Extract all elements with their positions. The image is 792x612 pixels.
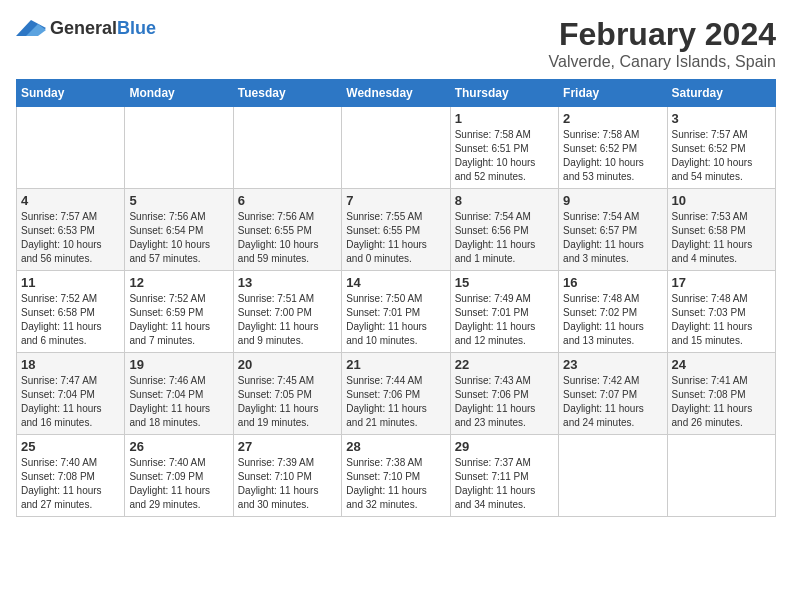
logo: GeneralBlue	[16, 16, 156, 40]
calendar-cell: 28Sunrise: 7:38 AMSunset: 7:10 PMDayligh…	[342, 435, 450, 517]
day-info: Sunrise: 7:43 AMSunset: 7:06 PMDaylight:…	[455, 374, 554, 430]
day-number: 9	[563, 193, 662, 208]
day-number: 23	[563, 357, 662, 372]
calendar-cell: 23Sunrise: 7:42 AMSunset: 7:07 PMDayligh…	[559, 353, 667, 435]
calendar-cell: 19Sunrise: 7:46 AMSunset: 7:04 PMDayligh…	[125, 353, 233, 435]
calendar-cell: 6Sunrise: 7:56 AMSunset: 6:55 PMDaylight…	[233, 189, 341, 271]
day-number: 25	[21, 439, 120, 454]
logo-general: General	[50, 18, 117, 38]
page-header: GeneralBlue February 2024 Valverde, Cana…	[16, 16, 776, 71]
day-info: Sunrise: 7:46 AMSunset: 7:04 PMDaylight:…	[129, 374, 228, 430]
day-header-friday: Friday	[559, 80, 667, 107]
day-number: 22	[455, 357, 554, 372]
calendar-cell: 17Sunrise: 7:48 AMSunset: 7:03 PMDayligh…	[667, 271, 775, 353]
calendar-week-row: 4Sunrise: 7:57 AMSunset: 6:53 PMDaylight…	[17, 189, 776, 271]
day-number: 15	[455, 275, 554, 290]
calendar-cell	[233, 107, 341, 189]
calendar-cell	[17, 107, 125, 189]
day-info: Sunrise: 7:57 AMSunset: 6:52 PMDaylight:…	[672, 128, 771, 184]
day-info: Sunrise: 7:38 AMSunset: 7:10 PMDaylight:…	[346, 456, 445, 512]
calendar-cell: 21Sunrise: 7:44 AMSunset: 7:06 PMDayligh…	[342, 353, 450, 435]
day-number: 11	[21, 275, 120, 290]
calendar-header-row: SundayMondayTuesdayWednesdayThursdayFrid…	[17, 80, 776, 107]
calendar-cell: 15Sunrise: 7:49 AMSunset: 7:01 PMDayligh…	[450, 271, 558, 353]
day-number: 3	[672, 111, 771, 126]
day-number: 2	[563, 111, 662, 126]
day-info: Sunrise: 7:54 AMSunset: 6:57 PMDaylight:…	[563, 210, 662, 266]
day-info: Sunrise: 7:45 AMSunset: 7:05 PMDaylight:…	[238, 374, 337, 430]
day-info: Sunrise: 7:40 AMSunset: 7:08 PMDaylight:…	[21, 456, 120, 512]
day-info: Sunrise: 7:56 AMSunset: 6:55 PMDaylight:…	[238, 210, 337, 266]
calendar-cell: 14Sunrise: 7:50 AMSunset: 7:01 PMDayligh…	[342, 271, 450, 353]
calendar-cell: 8Sunrise: 7:54 AMSunset: 6:56 PMDaylight…	[450, 189, 558, 271]
calendar-cell: 7Sunrise: 7:55 AMSunset: 6:55 PMDaylight…	[342, 189, 450, 271]
day-info: Sunrise: 7:57 AMSunset: 6:53 PMDaylight:…	[21, 210, 120, 266]
calendar-cell: 2Sunrise: 7:58 AMSunset: 6:52 PMDaylight…	[559, 107, 667, 189]
day-info: Sunrise: 7:52 AMSunset: 6:59 PMDaylight:…	[129, 292, 228, 348]
day-number: 19	[129, 357, 228, 372]
day-info: Sunrise: 7:53 AMSunset: 6:58 PMDaylight:…	[672, 210, 771, 266]
day-info: Sunrise: 7:54 AMSunset: 6:56 PMDaylight:…	[455, 210, 554, 266]
day-header-wednesday: Wednesday	[342, 80, 450, 107]
day-info: Sunrise: 7:39 AMSunset: 7:10 PMDaylight:…	[238, 456, 337, 512]
day-header-sunday: Sunday	[17, 80, 125, 107]
day-number: 17	[672, 275, 771, 290]
subtitle: Valverde, Canary Islands, Spain	[549, 53, 776, 71]
day-header-saturday: Saturday	[667, 80, 775, 107]
calendar-cell: 16Sunrise: 7:48 AMSunset: 7:02 PMDayligh…	[559, 271, 667, 353]
day-info: Sunrise: 7:52 AMSunset: 6:58 PMDaylight:…	[21, 292, 120, 348]
day-info: Sunrise: 7:58 AMSunset: 6:51 PMDaylight:…	[455, 128, 554, 184]
calendar-week-row: 25Sunrise: 7:40 AMSunset: 7:08 PMDayligh…	[17, 435, 776, 517]
calendar-cell: 29Sunrise: 7:37 AMSunset: 7:11 PMDayligh…	[450, 435, 558, 517]
day-number: 14	[346, 275, 445, 290]
calendar-cell: 11Sunrise: 7:52 AMSunset: 6:58 PMDayligh…	[17, 271, 125, 353]
day-info: Sunrise: 7:51 AMSunset: 7:00 PMDaylight:…	[238, 292, 337, 348]
day-info: Sunrise: 7:49 AMSunset: 7:01 PMDaylight:…	[455, 292, 554, 348]
day-number: 4	[21, 193, 120, 208]
calendar-cell	[559, 435, 667, 517]
calendar-cell: 13Sunrise: 7:51 AMSunset: 7:00 PMDayligh…	[233, 271, 341, 353]
calendar-cell	[667, 435, 775, 517]
day-number: 18	[21, 357, 120, 372]
main-title: February 2024	[549, 16, 776, 53]
day-number: 13	[238, 275, 337, 290]
calendar-week-row: 1Sunrise: 7:58 AMSunset: 6:51 PMDaylight…	[17, 107, 776, 189]
day-info: Sunrise: 7:50 AMSunset: 7:01 PMDaylight:…	[346, 292, 445, 348]
calendar-table: SundayMondayTuesdayWednesdayThursdayFrid…	[16, 79, 776, 517]
calendar-cell: 9Sunrise: 7:54 AMSunset: 6:57 PMDaylight…	[559, 189, 667, 271]
calendar-cell	[342, 107, 450, 189]
calendar-cell	[125, 107, 233, 189]
calendar-cell: 20Sunrise: 7:45 AMSunset: 7:05 PMDayligh…	[233, 353, 341, 435]
calendar-cell: 12Sunrise: 7:52 AMSunset: 6:59 PMDayligh…	[125, 271, 233, 353]
day-info: Sunrise: 7:56 AMSunset: 6:54 PMDaylight:…	[129, 210, 228, 266]
calendar-cell: 1Sunrise: 7:58 AMSunset: 6:51 PMDaylight…	[450, 107, 558, 189]
logo-blue: Blue	[117, 18, 156, 38]
calendar-cell: 24Sunrise: 7:41 AMSunset: 7:08 PMDayligh…	[667, 353, 775, 435]
day-info: Sunrise: 7:41 AMSunset: 7:08 PMDaylight:…	[672, 374, 771, 430]
calendar-cell: 22Sunrise: 7:43 AMSunset: 7:06 PMDayligh…	[450, 353, 558, 435]
logo-icon	[16, 16, 46, 40]
day-number: 1	[455, 111, 554, 126]
day-info: Sunrise: 7:37 AMSunset: 7:11 PMDaylight:…	[455, 456, 554, 512]
day-number: 21	[346, 357, 445, 372]
calendar-cell: 5Sunrise: 7:56 AMSunset: 6:54 PMDaylight…	[125, 189, 233, 271]
day-info: Sunrise: 7:44 AMSunset: 7:06 PMDaylight:…	[346, 374, 445, 430]
day-number: 26	[129, 439, 228, 454]
day-header-monday: Monday	[125, 80, 233, 107]
calendar-cell: 10Sunrise: 7:53 AMSunset: 6:58 PMDayligh…	[667, 189, 775, 271]
day-number: 6	[238, 193, 337, 208]
calendar-cell: 26Sunrise: 7:40 AMSunset: 7:09 PMDayligh…	[125, 435, 233, 517]
calendar-cell: 4Sunrise: 7:57 AMSunset: 6:53 PMDaylight…	[17, 189, 125, 271]
calendar-week-row: 18Sunrise: 7:47 AMSunset: 7:04 PMDayligh…	[17, 353, 776, 435]
title-area: February 2024 Valverde, Canary Islands, …	[549, 16, 776, 71]
day-number: 24	[672, 357, 771, 372]
calendar-cell: 3Sunrise: 7:57 AMSunset: 6:52 PMDaylight…	[667, 107, 775, 189]
day-info: Sunrise: 7:48 AMSunset: 7:03 PMDaylight:…	[672, 292, 771, 348]
day-info: Sunrise: 7:58 AMSunset: 6:52 PMDaylight:…	[563, 128, 662, 184]
calendar-cell: 25Sunrise: 7:40 AMSunset: 7:08 PMDayligh…	[17, 435, 125, 517]
day-header-tuesday: Tuesday	[233, 80, 341, 107]
day-info: Sunrise: 7:42 AMSunset: 7:07 PMDaylight:…	[563, 374, 662, 430]
day-number: 20	[238, 357, 337, 372]
calendar-cell: 18Sunrise: 7:47 AMSunset: 7:04 PMDayligh…	[17, 353, 125, 435]
day-number: 16	[563, 275, 662, 290]
